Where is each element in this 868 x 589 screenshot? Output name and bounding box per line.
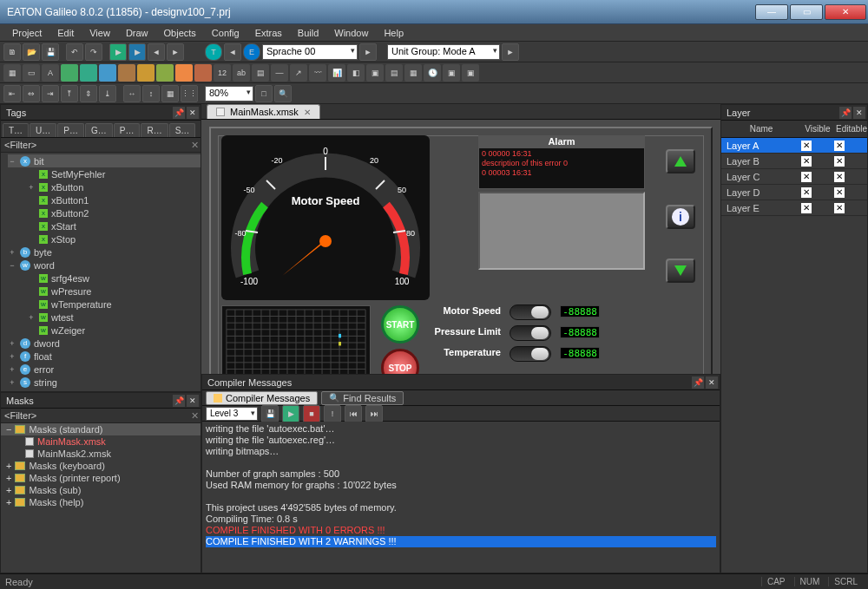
align-center-icon[interactable]: ⇔ [23,85,40,102]
tags-tab-2[interactable]: P… [57,123,84,137]
tags-tab-1[interactable]: U… [30,123,56,137]
grid-icon[interactable]: ▦ [161,85,179,102]
ct-err-icon[interactable]: ! [324,405,341,422]
visible-checkbox[interactable]: ✕ [801,172,812,182]
ct-save-icon[interactable]: 💾 [261,405,279,422]
tree-item[interactable]: +wwtest [8,311,201,324]
alarm-list[interactable]: 0 00000 16:31description of this error 0… [478,147,645,189]
gauge-motor-speed[interactable]: 0 20 -20 50 -50 80 -80 100 -100 Motor Sp… [221,135,430,300]
tree-item[interactable]: xSetMyFehler [8,167,201,180]
align-left-icon[interactable]: ⇤ [3,85,21,102]
masks-folder[interactable]: +Masks (keyboard) [1,460,201,472]
tree-item[interactable]: wsrfg4esw [8,272,201,285]
dist-h-icon[interactable]: ↔ [123,85,141,102]
tool-c8-icon[interactable] [194,64,212,82]
unitgroup-combo[interactable]: Unit Group: Mode A [387,44,500,60]
masks-folder[interactable]: +Masks (sub) [1,484,201,496]
tags-tab-5[interactable]: R… [141,123,168,137]
layer-row[interactable]: Layer A ✕ ✕ [721,138,867,154]
tree-item[interactable]: xxStop [8,232,201,245]
toggle-2[interactable] [510,346,551,362]
tool-c5-icon[interactable] [137,64,155,82]
tool-undo-icon[interactable]: ↶ [66,43,83,61]
align-mid-icon[interactable]: ⇕ [80,85,97,102]
menu-config[interactable]: Config [205,26,247,40]
tab-close-icon[interactable]: ✕ [304,108,311,117]
tool-12-icon[interactable]: 12 [214,64,231,82]
tab-mainmask[interactable]: MainMask.xmsk ✕ [207,104,320,119]
layer-row[interactable]: Layer E ✕ ✕ [721,200,867,216]
menu-window[interactable]: Window [327,26,375,40]
masks-folder[interactable]: +Masks (printer report) [1,472,201,484]
dist-v-icon[interactable]: ↕ [142,85,160,102]
visible-checkbox[interactable]: ✕ [801,203,812,213]
ct-last-icon[interactable]: ⏭ [365,405,383,422]
menu-draw[interactable]: Draw [119,26,155,40]
window-maximize-button[interactable]: ▭ [790,4,823,20]
masks-tree[interactable]: −Masks (standard)MainMask.xmskMainMask2.… [1,423,201,508]
layer-row[interactable]: Layer B ✕ ✕ [721,154,867,169]
menu-edit[interactable]: Edit [50,26,81,40]
letter-t-icon[interactable]: T [205,43,222,61]
tree-item[interactable]: wwPresure [8,285,201,298]
tool-18-icon[interactable]: 📊 [328,64,345,82]
editable-checkbox[interactable]: ✕ [834,156,845,167]
tool-build-icon[interactable]: ▶ [109,43,127,61]
editable-checkbox[interactable]: ✕ [834,172,845,182]
ct-first-icon[interactable]: ⏮ [345,405,362,422]
editable-checkbox[interactable]: ✕ [834,203,845,213]
tool-13-icon[interactable]: ab [233,64,250,82]
editable-checkbox[interactable]: ✕ [834,187,845,198]
tool-text-icon[interactable]: A [42,64,59,82]
menu-view[interactable]: View [82,26,117,40]
align-right-icon[interactable]: ⇥ [42,85,59,102]
ct-stop-icon[interactable]: ■ [303,405,320,422]
tool-14-icon[interactable]: ▤ [252,64,269,82]
compiler-output[interactable]: writing the file 'autoexec.bat'…writing … [202,422,720,573]
layer-row[interactable]: Layer C ✕ ✕ [721,169,867,185]
tree-group[interactable]: +bbyte [8,245,201,259]
tool-next-icon[interactable]: ► [359,43,377,61]
tool-c3-icon[interactable] [99,64,116,82]
pin-icon[interactable]: 📌 [173,107,185,119]
zoom-fit-icon[interactable]: □ [255,85,273,102]
tool-25-icon[interactable]: ▣ [462,64,479,82]
toggle-0[interactable] [510,304,551,320]
tab-find-results[interactable]: 🔍Find Results [321,391,404,405]
tree-item[interactable]: xxStart [8,219,201,232]
ct-run-icon[interactable]: ▶ [282,405,299,422]
close-icon[interactable]: ✕ [706,376,718,389]
align-bottom-icon[interactable]: ⤓ [99,85,116,102]
layer-row[interactable]: Layer D ✕ ✕ [721,185,867,200]
menu-project[interactable]: Project [5,26,49,40]
tool-c4-icon[interactable] [118,64,135,82]
alarm-up-button[interactable] [666,149,695,173]
tool-24-icon[interactable]: ▣ [443,64,460,82]
tool-17-icon[interactable]: 〰 [309,64,326,82]
mask-canvas[interactable]: 0 20 -20 50 -50 80 -80 100 -100 Motor Sp… [209,127,713,374]
tags-filter[interactable]: <Filter> ✕ [1,138,201,153]
zoom-in-icon[interactable]: 🔍 [274,85,292,102]
tool-c1-icon[interactable] [61,64,78,82]
pin-icon[interactable]: 📌 [839,107,852,119]
tool-listend-icon[interactable]: ► [502,43,519,61]
tool-rect-icon[interactable]: ▭ [23,64,40,82]
toggle-1[interactable] [510,325,551,341]
tool-open-icon[interactable]: 📂 [23,43,40,61]
tool-15-icon[interactable]: — [271,64,288,82]
alarm-info-button[interactable]: i [666,205,695,229]
menu-extras[interactable]: Extras [248,26,289,40]
language-combo[interactable]: Sprache 00 [262,44,358,60]
tags-tab-3[interactable]: G… [85,123,113,137]
masks-folder[interactable]: −Masks (standard) [1,423,201,435]
layer-rows[interactable]: Layer A ✕ ✕ Layer B ✕ ✕ Layer C ✕ ✕ Laye… [721,138,867,573]
visible-checkbox[interactable]: ✕ [801,141,812,151]
menu-objects[interactable]: Objects [157,26,203,40]
tags-tab-0[interactable]: T… [3,123,29,137]
tree-item[interactable]: xxButton1 [8,193,201,206]
tree-group[interactable]: −xbit [8,154,201,167]
alarm-down-button[interactable] [666,259,695,283]
alarm-textarea[interactable] [478,192,645,270]
tool-22-icon[interactable]: ▦ [404,64,422,82]
masks-item[interactable]: MainMask2.xmsk [1,448,201,460]
